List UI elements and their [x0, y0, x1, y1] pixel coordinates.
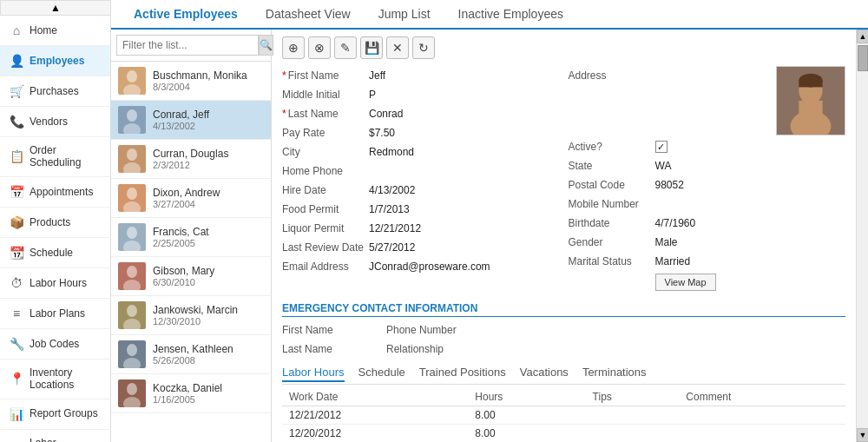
employee-item-5[interactable]: Francis, Cat 2/25/2005: [111, 218, 271, 257]
sidebar-label-labor-hours: Labor Hours: [30, 277, 87, 289]
sidebar-item-products[interactable]: 📦 Products: [0, 208, 110, 238]
sidebar-item-purchases[interactable]: 🛒 Purchases: [0, 76, 110, 107]
sidebar-scroll-up[interactable]: ▲: [0, 0, 111, 16]
bottom-tab-trained-positions[interactable]: Trained Positions: [419, 366, 506, 382]
sidebar-item-inventory-locations[interactable]: 📍 Inventory Locations: [0, 360, 110, 399]
employee-item-6[interactable]: Gibson, Mary 6/30/2010: [111, 257, 271, 296]
emergency-header: EMERGENCY CONTACT INFORMATION: [282, 297, 845, 317]
middle-initial-label: Middle Initial: [282, 89, 369, 101]
save-button[interactable]: 💾: [360, 36, 383, 59]
sidebar-item-schedule[interactable]: 📆 Schedule: [0, 238, 110, 268]
cancel-button[interactable]: ✕: [386, 36, 409, 59]
table-header-comment: Comment: [679, 388, 845, 406]
sidebar-item-home[interactable]: ⌂ Home: [0, 16, 110, 46]
toolbar: ⊕⊗✎💾✕↻: [282, 36, 845, 59]
scroll-down-button[interactable]: ▼: [857, 428, 868, 442]
table-cell-hours-1: 8.00: [468, 425, 585, 443]
food-permit-value: 1/7/2013: [369, 203, 410, 215]
photo-placeholder: [777, 67, 845, 135]
liquor-permit-label: Liquor Permit: [282, 222, 369, 234]
table-cell-hours-0: 8.00: [468, 406, 585, 425]
city-label: City: [282, 146, 369, 158]
employee-date-2: 4/13/2002: [153, 121, 264, 131]
sidebar-item-vendors[interactable]: 📞 Vendors: [0, 107, 110, 137]
employee-item-7[interactable]: Jankowski, Marcin 12/30/2010: [111, 296, 271, 335]
sidebar-item-appointments[interactable]: 📅 Appointments: [0, 177, 110, 208]
svg-point-25: [127, 383, 137, 395]
scroll-thumb[interactable]: [858, 45, 868, 71]
bottom-tab-labor-hours[interactable]: Labor Hours: [282, 366, 345, 382]
sidebar-label-labor-plans: Labor Plans: [30, 307, 85, 320]
refresh-button[interactable]: ↻: [412, 36, 435, 59]
employee-date-9: 1/16/2005: [153, 394, 264, 405]
table-cell-comment-1: [679, 425, 845, 443]
sidebar-label-employees: Employees: [30, 55, 84, 67]
top-tabs: Active EmployeesDatasheet ViewJump ListI…: [111, 0, 868, 30]
order-scheduling-icon: 📋: [9, 148, 24, 164]
employee-info-3: Curran, Douglas 2/3/2012: [153, 148, 264, 170]
svg-point-1: [127, 70, 137, 82]
active-checkbox[interactable]: ✓: [655, 141, 667, 154]
scroll-up-button[interactable]: ▲: [857, 30, 868, 43]
employee-item-8[interactable]: Jensen, Kathleen 5/26/2008: [111, 335, 271, 374]
employee-list: 🔍 Buschmann, Monika 8/3/2004 Conrad, Jef…: [111, 30, 272, 442]
employee-info-7: Jankowski, Marcin 12/30/2010: [153, 304, 264, 327]
employee-info-2: Conrad, Jeff 4/13/2002: [153, 109, 264, 131]
employee-item-9[interactable]: Koczka, Daniel 1/16/2005: [111, 374, 271, 413]
svg-rect-32: [799, 81, 822, 88]
employee-avatar-3: [118, 145, 146, 173]
bottom-tab-schedule[interactable]: Schedule: [358, 366, 405, 382]
emerg-phone-label: Phone Number: [386, 324, 473, 336]
add-button[interactable]: ⊕: [282, 36, 305, 59]
right-scrollbar: ▲ ▼: [856, 30, 868, 442]
top-tab-active-employees[interactable]: Active Employees: [120, 0, 252, 30]
employee-info-6: Gibson, Mary 6/30/2010: [153, 265, 264, 287]
sidebar-item-report-groups[interactable]: 📊 Report Groups: [0, 399, 110, 430]
sidebar-label-order-scheduling: Order Scheduling: [30, 144, 102, 169]
employee-info-8: Jensen, Kathleen 5/26/2008: [153, 343, 264, 366]
sidebar-item-labor-hours[interactable]: ⏱ Labor Hours: [0, 268, 110, 299]
top-tab-inactive-employees[interactable]: Inactive Employees: [444, 0, 577, 30]
employee-detail: ⊕⊗✎💾✕↻ *First Name Jeff Middle Initial: [272, 30, 856, 442]
gender-label: Gender: [569, 236, 655, 248]
emerg-relationship-label: Relationship: [386, 343, 473, 355]
employee-item-1[interactable]: Buschmann, Monika 8/3/2004: [111, 62, 271, 101]
vendors-icon: 📞: [9, 114, 24, 129]
gender-value: Male: [655, 236, 678, 248]
employee-info-4: Dixon, Andrew 3/27/2004: [153, 187, 264, 209]
last-name-value: Conrad: [369, 108, 403, 120]
filter-input[interactable]: [116, 35, 259, 56]
home-phone-label: Home Phone: [282, 165, 369, 177]
top-tab-jump-list[interactable]: Jump List: [365, 0, 444, 30]
employee-name-1: Buschmann, Monika: [153, 69, 264, 82]
mobile-label: Mobile Number: [569, 198, 655, 210]
view-map-button[interactable]: View Map: [655, 274, 716, 291]
top-tab-datasheet-view[interactable]: Datasheet View: [252, 0, 365, 30]
middle-initial-value: P: [369, 89, 376, 101]
bottom-tab-terminations[interactable]: Terminations: [582, 366, 647, 382]
employee-item-3[interactable]: Curran, Douglas 2/3/2012: [111, 140, 271, 179]
sidebar-label-labor-comments: Labor Comments: [30, 437, 102, 442]
bottom-tab-vacations[interactable]: Vacations: [520, 366, 569, 382]
employee-name-2: Conrad, Jeff: [153, 109, 264, 121]
edit-button[interactable]: ✎: [334, 36, 357, 59]
sidebar-label-home: Home: [30, 24, 57, 36]
sidebar-item-order-scheduling[interactable]: 📋 Order Scheduling: [0, 137, 110, 177]
sidebar-item-labor-comments[interactable]: 💬 Labor Comments: [0, 430, 110, 442]
first-name-value: Jeff: [369, 69, 385, 82]
sidebar-label-job-codes: Job Codes: [30, 338, 79, 350]
employee-name-7: Jankowski, Marcin: [153, 304, 264, 316]
birthdate-label: Birthdate: [569, 217, 655, 229]
employee-item-2[interactable]: Conrad, Jeff 4/13/2002: [111, 101, 271, 140]
sidebar-item-employees[interactable]: 👤 Employees: [0, 46, 110, 76]
employee-item-4[interactable]: Dixon, Andrew 3/27/2004: [111, 179, 271, 218]
sidebar-item-job-codes[interactable]: 🔧 Job Codes: [0, 329, 110, 360]
employee-date-7: 12/30/2010: [153, 316, 264, 327]
delete-button[interactable]: ⊗: [308, 36, 331, 59]
sidebar-item-labor-plans[interactable]: ≡ Labor Plans: [0, 299, 110, 329]
employee-info-9: Koczka, Daniel 1/16/2005: [153, 382, 264, 405]
svg-rect-30: [799, 101, 822, 118]
table-cell-comment-0: [679, 406, 845, 425]
filter-box: 🔍: [111, 30, 271, 62]
emerg-last-name-label: Last Name: [282, 343, 369, 355]
